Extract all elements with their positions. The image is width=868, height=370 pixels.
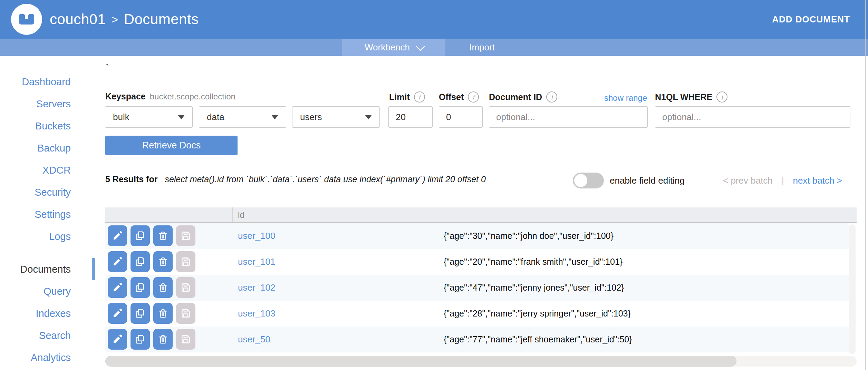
stray-backtick-text: ` xyxy=(106,62,109,74)
table-row: user_100 {"age":"30","name":"john doe","… xyxy=(105,223,849,249)
sidebar-divider xyxy=(83,56,83,370)
results-count: 5 Results for xyxy=(105,174,157,184)
edit-document-button[interactable] xyxy=(108,225,127,246)
page-name: Documents xyxy=(124,11,199,28)
save-document-button xyxy=(176,329,195,350)
column-divider xyxy=(232,207,233,222)
save-document-button xyxy=(176,251,195,272)
chevron-down-icon xyxy=(416,42,425,51)
document-id-link[interactable]: user_102 xyxy=(238,275,275,301)
sidebar-item-security[interactable]: Security xyxy=(0,181,83,203)
sidebar-item-dashboard[interactable]: Dashboard xyxy=(0,71,83,93)
document-id-link[interactable]: user_50 xyxy=(238,327,270,352)
table-vertical-scrollbar[interactable] xyxy=(849,224,856,354)
document-id-input[interactable] xyxy=(489,106,648,128)
edit-document-button[interactable] xyxy=(108,277,127,298)
edit-document-button[interactable] xyxy=(108,251,127,272)
table-row: user_101 {"age":"20","name":"frank smith… xyxy=(105,249,849,275)
info-icon[interactable]: i xyxy=(468,91,479,103)
copy-document-button[interactable] xyxy=(131,251,150,272)
prev-batch-link[interactable]: < prev batch xyxy=(723,175,773,186)
dropdown-arrow-icon xyxy=(178,115,185,119)
sidebar-item-xdcr[interactable]: XDCR xyxy=(0,159,83,181)
documents-table: user_100 {"age":"30","name":"john doe","… xyxy=(105,223,849,352)
sidebar-item-backup[interactable]: Backup xyxy=(0,137,83,159)
sidebar-item-settings[interactable]: Settings xyxy=(0,203,83,225)
next-batch-link[interactable]: next batch > xyxy=(793,175,842,186)
page-title: couch01 > Documents xyxy=(50,0,199,39)
save-document-button xyxy=(176,225,195,246)
edit-document-button[interactable] xyxy=(108,329,127,350)
batch-divider: | xyxy=(782,175,784,186)
keyspace-label: Keyspace bucket.scope.collection xyxy=(105,91,235,101)
copy-document-button[interactable] xyxy=(131,329,150,350)
info-icon[interactable]: i xyxy=(716,91,727,103)
edit-document-button[interactable] xyxy=(108,303,127,324)
sidebar-item-analytics[interactable]: Analytics xyxy=(0,347,83,369)
info-icon[interactable]: i xyxy=(414,91,425,103)
scope-select[interactable]: data xyxy=(199,106,286,128)
copy-document-button[interactable] xyxy=(131,303,150,324)
window-edge-divider xyxy=(865,0,866,370)
sidebar-item-documents[interactable]: Documents xyxy=(0,258,83,280)
batch-navigation: < prev batch | next batch > xyxy=(723,175,842,186)
table-row: user_103 {"age":"28","name":"jerry sprin… xyxy=(105,301,849,327)
document-json: {"age":"77","name":"jeff shoemaker","use… xyxy=(444,327,632,352)
document-id-link[interactable]: user_101 xyxy=(238,249,275,275)
toggle-knob xyxy=(574,174,587,187)
document-id-link[interactable]: user_103 xyxy=(238,301,275,327)
delete-document-button[interactable] xyxy=(153,329,173,350)
offset-input[interactable] xyxy=(439,106,483,128)
delete-document-button[interactable] xyxy=(153,277,173,298)
n1ql-where-input[interactable] xyxy=(655,106,850,128)
n1ql-where-label: N1QL WHERE i xyxy=(655,91,727,103)
limit-label: Limit i xyxy=(389,91,425,103)
delete-document-button[interactable] xyxy=(153,251,173,272)
save-document-button xyxy=(176,277,195,298)
horizontal-scrollbar-track xyxy=(105,356,857,367)
info-icon[interactable]: i xyxy=(546,91,557,103)
breadcrumb-separator: > xyxy=(111,13,118,26)
horizontal-scrollbar-thumb[interactable] xyxy=(105,356,736,367)
document-json: {"age":"47","name":"jenny jones","user_i… xyxy=(444,275,624,301)
dropdown-arrow-icon xyxy=(365,115,372,119)
copy-document-button[interactable] xyxy=(131,277,150,298)
offset-label: Offset i xyxy=(439,91,479,103)
sidebar: Dashboard Servers Buckets Backup XDCR Se… xyxy=(0,71,83,369)
sidebar-item-search[interactable]: Search xyxy=(0,324,83,347)
document-id-label: Document ID i xyxy=(489,91,557,103)
collection-select[interactable]: users xyxy=(292,106,380,128)
couchbase-logo-icon xyxy=(11,3,42,35)
limit-input[interactable] xyxy=(388,106,433,128)
app-header: couch01 > Documents ADD DOCUMENT xyxy=(0,0,868,39)
delete-document-button[interactable] xyxy=(153,303,173,324)
results-query: select meta().id from `bulk`.`data`.`use… xyxy=(165,174,485,184)
sidebar-item-query[interactable]: Query xyxy=(0,280,83,302)
table-row: user_50 {"age":"77","name":"jeff shoemak… xyxy=(105,327,849,352)
field-editing-toggle[interactable] xyxy=(573,173,604,188)
cluster-name: couch01 xyxy=(50,11,106,28)
document-json: {"age":"28","name":"jerry springer","use… xyxy=(444,301,631,327)
keyspace-hint: bucket.scope.collection xyxy=(150,92,235,101)
document-json: {"age":"30","name":"john doe","user_id":… xyxy=(444,223,614,249)
sidebar-item-buckets[interactable]: Buckets xyxy=(0,115,83,137)
id-column-header: id xyxy=(238,207,244,222)
tab-workbench[interactable]: Workbench xyxy=(342,39,445,56)
bucket-select[interactable]: bulk xyxy=(105,106,193,128)
add-document-button[interactable]: ADD DOCUMENT xyxy=(772,0,850,39)
dropdown-arrow-icon xyxy=(271,115,278,119)
document-json: {"age":"20","name":"frank smith","user_i… xyxy=(444,249,623,275)
results-summary: 5 Results for select meta().id from `bul… xyxy=(105,174,486,184)
delete-document-button[interactable] xyxy=(153,225,173,246)
copy-document-button[interactable] xyxy=(131,225,150,246)
retrieve-docs-button[interactable]: Retrieve Docs xyxy=(105,136,238,155)
sidebar-item-indexes[interactable]: Indexes xyxy=(0,302,83,324)
field-editing-label: enable field editing xyxy=(610,175,685,186)
document-id-link[interactable]: user_100 xyxy=(238,223,275,249)
sidebar-item-logs[interactable]: Logs xyxy=(0,225,83,247)
active-item-indicator xyxy=(92,258,95,280)
show-range-link[interactable]: show range xyxy=(604,93,647,103)
sidebar-item-servers[interactable]: Servers xyxy=(0,93,83,115)
tab-import[interactable]: Import xyxy=(445,39,519,56)
table-row: user_102 {"age":"47","name":"jenny jones… xyxy=(105,275,849,301)
